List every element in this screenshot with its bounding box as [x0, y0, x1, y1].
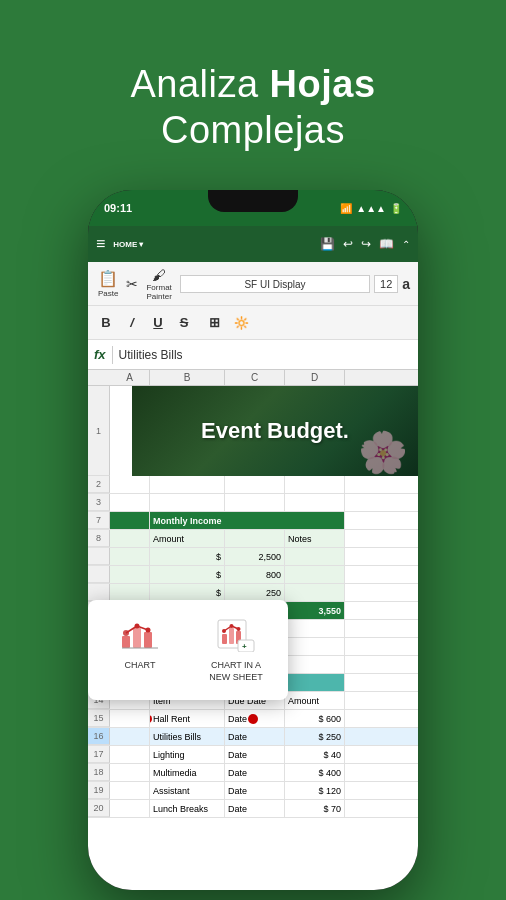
redo-icon[interactable]: ↪ — [361, 237, 371, 251]
table-row: $ 800 — [88, 566, 418, 584]
row-num-7: 7 — [88, 512, 110, 529]
income-col-headers-row: 8 Amount Notes — [88, 530, 418, 548]
font-selector[interactable]: SF UI Display — [180, 275, 370, 293]
table-row: 2 — [88, 476, 418, 494]
chart-new-sheet-icon: + — [214, 616, 258, 654]
format-painter-button[interactable]: 🖌 FormatPainter — [142, 265, 175, 303]
fx-label: fx — [94, 347, 106, 362]
status-bar: 09:11 📶 ▲▲▲ 🔋 — [88, 190, 418, 226]
row-num-8: 8 — [88, 530, 110, 547]
page-title: Analiza Hojas Complejas — [130, 62, 375, 153]
battery-icon: 🔋 — [390, 203, 402, 214]
chart-in-new-sheet-option[interactable]: + CHART IN A NEW SHEET — [192, 610, 280, 689]
wifi-icon: 📶 — [340, 203, 352, 214]
table-row: 17 Lighting Date $ 40 — [88, 746, 418, 764]
text-format-buttons: B / U S ⊞ — [94, 311, 226, 335]
row-num-2: 2 — [88, 476, 110, 493]
chart-new-sheet-svg: + — [216, 618, 256, 652]
chart-icon — [118, 616, 162, 654]
table-row: 3 — [88, 494, 418, 512]
monthly-income-header-row: 7 Monthly Income — [88, 512, 418, 530]
svg-rect-0 — [122, 636, 130, 648]
font-size-input[interactable]: 12 — [374, 275, 398, 293]
chart-label: CHART — [125, 660, 156, 672]
formula-bar: fx Utilities Bills — [88, 340, 418, 370]
status-icons: 📶 ▲▲▲ 🔋 — [340, 203, 402, 214]
table-row: $ 2,500 — [88, 548, 418, 566]
row-num-1: 1 — [88, 386, 110, 476]
text-format-toolbar: B / U S ⊞ 🔆 — [88, 306, 418, 340]
font-color-button[interactable]: a — [400, 274, 412, 294]
formula-content: Utilities Bills — [119, 348, 412, 362]
svg-point-18 — [237, 627, 241, 631]
home-tab[interactable]: HOME ▾ — [113, 240, 143, 249]
col-header-a: A — [110, 370, 150, 385]
row-num-3: 3 — [88, 494, 110, 511]
svg-rect-2 — [144, 632, 152, 648]
hamburger-icon[interactable]: ≡ — [96, 235, 105, 253]
format-toolbar: 📋 Paste ✂ 🖌 FormatPainter SF UI Display … — [88, 262, 418, 306]
svg-point-6 — [135, 624, 140, 629]
undo-icon[interactable]: ↩ — [343, 237, 353, 251]
save-icon[interactable]: 💾 — [320, 237, 335, 251]
event-banner-text: Event Budget. — [201, 418, 349, 444]
italic-button[interactable]: / — [120, 311, 144, 335]
chevron-up-icon[interactable]: ⌃ — [402, 239, 410, 250]
phone-mockup: 09:11 📶 ▲▲▲ 🔋 ≡ HOME ▾ 💾 ↩ ↪ 📖 ⌃ — [83, 185, 423, 895]
phone-frame: 09:11 📶 ▲▲▲ 🔋 ≡ HOME ▾ 💾 ↩ ↪ 📖 ⌃ — [88, 190, 418, 890]
toolbar-right-icons: 💾 ↩ ↪ 📖 ⌃ — [320, 237, 410, 251]
paste-button[interactable]: 📋 Paste — [94, 267, 122, 300]
strikethrough-button[interactable]: S — [172, 311, 196, 335]
chart-bar-svg — [120, 618, 160, 652]
bold-button[interactable]: B — [94, 311, 118, 335]
col-header-d: D — [285, 370, 345, 385]
banner-row: 1 Event Budget. 🌸 — [88, 386, 418, 476]
book-icon[interactable]: 📖 — [379, 237, 394, 251]
signal-icon: ▲▲▲ — [356, 203, 386, 214]
event-banner: Event Budget. 🌸 — [132, 386, 418, 476]
column-headers: A B C D — [88, 370, 418, 386]
svg-point-7 — [146, 628, 151, 633]
svg-rect-9 — [222, 634, 227, 644]
underline-button[interactable]: U — [146, 311, 170, 335]
table-row: 18 Multimedia Date $ 400 — [88, 764, 418, 782]
excel-menu-bar: ≡ HOME ▾ 💾 ↩ ↪ 📖 ⌃ — [88, 226, 418, 262]
spreadsheet-area: A B C D 1 Event Budget. 🌸 2 — [88, 370, 418, 890]
table-row: 16 Utilities Bills Date $ 250 — [88, 728, 418, 746]
col-header-c: C — [225, 370, 285, 385]
svg-text:+: + — [242, 642, 247, 651]
header-section: Analiza Hojas Complejas — [130, 30, 375, 171]
status-time: 09:11 — [104, 202, 132, 214]
table-row: 20 Lunch Breaks Date $ 70 — [88, 800, 418, 818]
formula-divider — [112, 346, 113, 364]
svg-rect-1 — [133, 628, 141, 648]
table-row: 19 Assistant Date $ 120 — [88, 782, 418, 800]
banner-decoration: 🌸 — [358, 429, 408, 476]
col-header-b: B — [150, 370, 225, 385]
chart-option[interactable]: CHART — [96, 610, 184, 689]
svg-rect-10 — [229, 628, 234, 644]
chart-new-sheet-label: CHART IN A NEW SHEET — [202, 660, 270, 683]
borders-button[interactable]: ⊞ — [202, 311, 226, 335]
cut-icon[interactable]: ✂ — [124, 274, 140, 294]
chart-popup: CHART + — [88, 600, 288, 699]
table-row: 15 Hall Rent Date $ 600 — [88, 710, 418, 728]
